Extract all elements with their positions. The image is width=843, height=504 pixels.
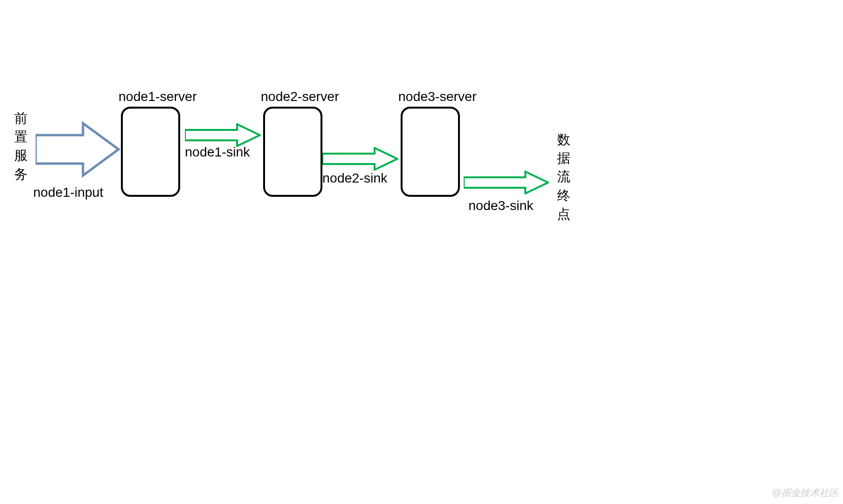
node3-server-label: node3-server [398,89,476,104]
node2-box [263,107,322,197]
node1-sink-label: node1-sink [185,145,250,160]
char: 点 [557,205,570,223]
svg-marker-1 [185,124,260,146]
char: 据 [557,149,570,167]
svg-marker-3 [464,172,548,193]
watermark-label: @掘金技术社区 [772,486,838,499]
diagram-container: 前 置 服 务 数 据 流 终 点 node1-server node2-ser… [0,0,843,504]
data-flow-endpoint-label: 数 据 流 终 点 [557,130,570,223]
char: 终 [557,186,570,205]
node1-server-label: node1-server [119,89,197,104]
char: 流 [557,167,570,186]
node3-box [401,107,460,197]
sink2-arrow-icon [322,147,398,171]
node3-sink-label: node3-sink [468,198,533,213]
node1-input-label: node1-input [33,185,103,200]
node2-sink-label: node2-sink [322,171,387,186]
sink3-arrow-icon [464,171,549,194]
char: 数 [557,130,570,149]
svg-marker-2 [322,148,397,170]
char: 服 [14,146,27,165]
char: 务 [14,165,27,183]
sink1-arrow-icon [185,123,261,147]
input-arrow-icon [36,121,121,178]
node2-server-label: node2-server [261,89,339,104]
char: 置 [14,128,27,146]
char: 前 [14,109,27,128]
svg-marker-0 [36,123,119,175]
node1-box [121,107,180,197]
front-service-label: 前 置 服 务 [14,109,27,183]
